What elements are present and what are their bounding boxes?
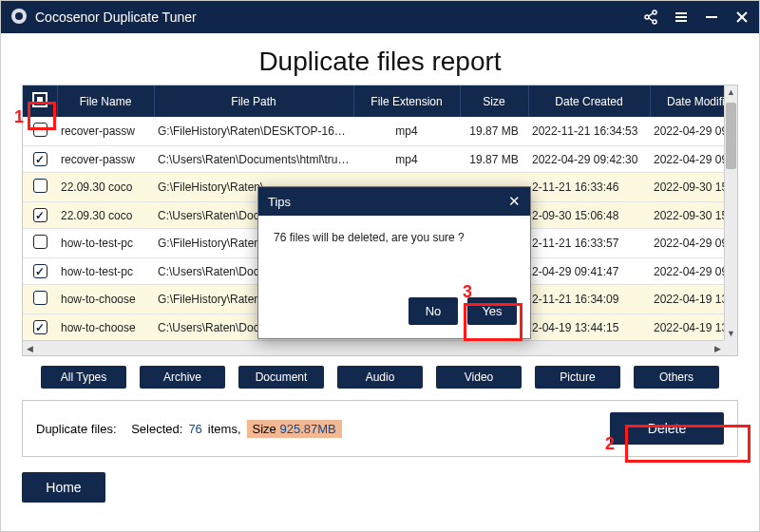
filter-others[interactable]: Others	[634, 366, 719, 389]
cell-extension: mp4	[353, 117, 460, 146]
titlebar: Cocosenor Duplicate Tuner	[1, 1, 759, 33]
dialog-message: 76 files will be deleted, are you sure ?	[258, 216, 530, 297]
row-checkbox[interactable]	[33, 235, 48, 249]
col-extension[interactable]: File Extension	[353, 86, 460, 117]
scroll-right-icon[interactable]: ▶	[711, 341, 724, 355]
status-items-word: items,	[208, 422, 241, 436]
svg-line-5	[649, 13, 653, 16]
cell-filename: how-to-choose	[57, 285, 154, 314]
vertical-scrollbar[interactable]: ▲ ▼	[724, 86, 737, 340]
row-checkbox[interactable]	[33, 291, 48, 305]
col-size[interactable]: Size	[460, 86, 528, 117]
cell-filename: 22.09.30 coco	[57, 202, 154, 229]
table-header-row: File Name File Path File Extension Size …	[23, 86, 738, 117]
row-checkbox[interactable]	[33, 320, 48, 334]
cell-filename: recover-passw	[57, 146, 154, 173]
scroll-left-icon[interactable]: ◀	[23, 341, 36, 355]
minimize-icon[interactable]	[704, 10, 719, 25]
svg-point-2	[653, 10, 656, 14]
close-icon[interactable]	[734, 10, 750, 25]
dialog-no-button[interactable]: No	[408, 297, 458, 325]
scroll-thumb[interactable]	[726, 103, 736, 169]
svg-point-3	[645, 15, 649, 19]
cell-size: 19.87 MB	[460, 117, 528, 146]
cell-created: 2-09-30 15:06:48	[528, 202, 650, 229]
status-bar: Duplicate files: Selected: 76 items, Siz…	[22, 400, 738, 457]
delete-button[interactable]: Delete	[610, 412, 724, 445]
filter-picture[interactable]: Picture	[535, 366, 620, 389]
svg-line-6	[649, 18, 653, 21]
cell-extension: mp4	[353, 146, 460, 173]
home-button[interactable]: Home	[22, 472, 105, 503]
table-row[interactable]: recover-passwC:\Users\Raten\Documents\ht…	[23, 146, 738, 173]
scroll-down-icon[interactable]: ▼	[725, 327, 737, 340]
confirm-dialog: Tips ✕ 76 files will be deleted, are you…	[257, 186, 531, 339]
row-checkbox[interactable]	[33, 208, 48, 222]
cell-created: 2-11-21 16:33:46	[528, 173, 650, 202]
filter-all-types[interactable]: All Types	[41, 366, 126, 389]
status-dup-label: Duplicate files:	[36, 422, 117, 436]
share-icon[interactable]	[643, 10, 658, 25]
filter-document[interactable]: Document	[238, 366, 324, 389]
scroll-up-icon[interactable]: ▲	[725, 86, 737, 99]
dialog-yes-button[interactable]: Yes	[467, 297, 517, 325]
row-checkbox[interactable]	[33, 123, 48, 137]
row-checkbox[interactable]	[33, 179, 48, 193]
status-size-value: 925.87MB	[279, 422, 335, 436]
filter-row: All Types Archive Document Audio Video P…	[22, 366, 738, 389]
cell-created: 2-11-21 16:34:09	[528, 285, 650, 314]
row-checkbox[interactable]	[33, 264, 48, 278]
app-title: Cocosenor Duplicate Tuner	[35, 10, 197, 25]
cell-created: 2-04-29 09:41:47	[528, 258, 650, 285]
svg-point-1	[15, 12, 23, 20]
col-filename[interactable]: File Name	[57, 86, 154, 117]
menu-icon[interactable]	[674, 10, 689, 25]
cell-filepath: G:\FileHistory\Raten\DESKTOP-16H58I	[154, 117, 353, 146]
cell-filepath: C:\Users\Raten\Documents\html\trunk	[154, 146, 353, 173]
cell-filename: how-to-choose	[57, 314, 154, 341]
cell-created: 2022-11-21 16:34:53	[528, 117, 650, 146]
horizontal-scrollbar[interactable]: ◀ ▶	[23, 340, 724, 355]
app-logo-icon	[10, 8, 28, 28]
cell-filename: recover-passw	[57, 117, 154, 146]
status-count: 76	[188, 422, 201, 436]
cell-size: 19.87 MB	[460, 146, 528, 173]
dialog-close-icon[interactable]: ✕	[508, 193, 521, 210]
filter-video[interactable]: Video	[436, 366, 522, 389]
cell-created: 2022-04-29 09:42:30	[528, 146, 650, 173]
row-checkbox[interactable]	[33, 152, 48, 166]
app-window: Cocosenor Duplicate Tuner Duplicate file…	[0, 0, 760, 532]
cell-created: 2-04-19 13:44:15	[528, 314, 650, 341]
page-title: Duplicate files report	[1, 33, 759, 85]
select-all-checkbox[interactable]	[32, 92, 48, 107]
col-filepath[interactable]: File Path	[154, 86, 353, 117]
filter-audio[interactable]: Audio	[337, 366, 423, 389]
status-size-word: Size	[253, 422, 276, 436]
status-selected-label: Selected:	[131, 422, 182, 436]
cell-filename: how-to-test-pc	[57, 229, 154, 258]
scroll-corner	[724, 340, 737, 355]
col-created[interactable]: Date Created	[528, 86, 650, 117]
cell-created: 2-11-21 16:33:57	[528, 229, 650, 258]
svg-point-4	[653, 20, 656, 24]
cell-filename: 22.09.30 coco	[57, 173, 154, 202]
filter-archive[interactable]: Archive	[140, 366, 225, 389]
dialog-title: Tips	[268, 195, 291, 209]
cell-filename: how-to-test-pc	[57, 258, 154, 285]
table-row[interactable]: recover-passwG:\FileHistory\Raten\DESKTO…	[23, 117, 738, 146]
